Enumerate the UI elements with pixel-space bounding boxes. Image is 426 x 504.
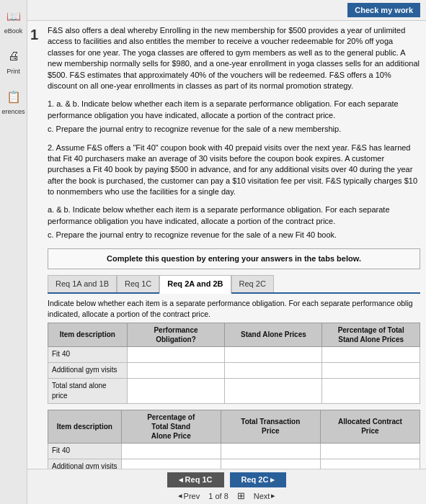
- prev-button[interactable]: ◂ Prev: [178, 491, 200, 500]
- table1-row2-obligation-input[interactable]: [131, 366, 221, 374]
- tab-instruction-text: Indicate below whether each item is a se…: [48, 298, 420, 319]
- print-icon: 🖨: [8, 50, 19, 63]
- bottom-nav-area: ◂ Req 1C Req 2C ▸ ◂ Prev 1 of 8 ⊞ Next ▸: [27, 469, 426, 504]
- check-my-work-button[interactable]: Check my work: [347, 3, 420, 17]
- question-2c-text: c. Prepare the journal entry to recogniz…: [48, 230, 420, 240]
- top-bar: Check my work: [27, 0, 426, 21]
- sidebar-label-ebook: eBook: [4, 27, 23, 35]
- table1-row3-standalone-input[interactable]: [228, 387, 318, 395]
- page-info: 1 of 8: [208, 492, 228, 500]
- table1-row2-standalone[interactable]: [225, 362, 322, 378]
- table1: Item description PerformanceObligation? …: [48, 323, 420, 404]
- table1-row2-standalone-input[interactable]: [228, 366, 318, 374]
- sidebar-label-references: erences: [1, 108, 25, 115]
- page-current: 1: [208, 492, 213, 500]
- table2-row1-label: Fit 40: [48, 443, 122, 459]
- table1-row1-obligation[interactable]: [127, 346, 225, 362]
- req2c-nav-button[interactable]: Req 2C ▸: [230, 472, 287, 487]
- next-chevron-icon: ▸: [271, 491, 275, 500]
- question-number: 1: [27, 21, 42, 469]
- main-panel: Check my work 1 F&S also offers a deal w…: [27, 0, 426, 504]
- table2-row2-transaction-input[interactable]: [225, 462, 316, 469]
- table2-row1-percentage[interactable]: [121, 443, 221, 459]
- question-block-intro: F&S also offers a deal whereby Enrolling…: [48, 25, 420, 91]
- grid-icon: ⊞: [237, 490, 245, 501]
- question-intro-text: F&S also offers a deal whereby Enrolling…: [48, 25, 420, 91]
- next-label: Next: [254, 492, 270, 500]
- table2-wrapper: Item description Percentage ofTotal Stan…: [48, 410, 420, 469]
- question-block-2: 2. Assume F&S offers a "Fit 40" coupon b…: [48, 143, 420, 198]
- bottom-bar: ◂ Prev 1 of 8 ⊞ Next ▸: [27, 490, 426, 501]
- table2-col-allocated: Allocated ContractPrice: [320, 410, 420, 443]
- tabs-row: Req 1A and 1B Req 1C Req 2A and 2B Req 2…: [48, 275, 420, 294]
- table1-row1-percentage-input[interactable]: [326, 350, 416, 358]
- table1-row3-obligation-input[interactable]: [131, 387, 221, 395]
- tab-req2ab[interactable]: Req 2A and 2B: [159, 275, 231, 294]
- question-text-area: F&S also offers a deal whereby Enrolling…: [42, 21, 426, 469]
- table1-row3-percentage-input[interactable]: [326, 387, 416, 395]
- tab-nav-buttons: ◂ Req 1C Req 2C ▸: [27, 472, 426, 487]
- complete-box: Complete this question by entering your …: [48, 248, 420, 269]
- ebook-icon: 📖: [6, 9, 21, 23]
- question-block-1ab: 1. a. & b. Indicate below whether each i…: [48, 99, 420, 135]
- question-2ab-text: a. & b. Indicate below whether each item…: [48, 204, 420, 227]
- table1-row2-label: Additional gym visits: [48, 362, 128, 378]
- table-row: Additional gym visits: [48, 362, 420, 378]
- tab-req1ab[interactable]: Req 1A and 1B: [48, 275, 117, 292]
- sidebar-item-ebook[interactable]: 📖 eBook: [4, 6, 24, 35]
- table-row: Fit 40: [48, 443, 420, 459]
- table2: Item description Percentage ofTotal Stan…: [48, 410, 420, 469]
- next-button[interactable]: Next ▸: [254, 491, 276, 500]
- table1-row1-label: Fit 40: [48, 346, 128, 362]
- table1-row2-obligation[interactable]: [127, 362, 225, 378]
- table1-col-standalone: Stand Alone Prices: [225, 323, 322, 346]
- prev-label: Prev: [184, 492, 200, 500]
- table1-col-percentage: Percentage of TotalStand Alone Prices: [322, 323, 420, 346]
- tab-req1c[interactable]: Req 1C: [117, 275, 159, 292]
- table2-col-item: Item description: [48, 410, 122, 443]
- sidebar: 📖 eBook 🖨 Print 📋 erences: [0, 0, 27, 504]
- table2-row2-transaction[interactable]: [221, 459, 320, 469]
- table1-row2-percentage-input[interactable]: [326, 366, 416, 374]
- table2-row1-allocated-input[interactable]: [324, 446, 416, 454]
- table-row: Total stand alone price: [48, 378, 420, 403]
- table2-row1-transaction-input[interactable]: [225, 446, 316, 454]
- table2-row2-allocated-input[interactable]: [324, 462, 416, 469]
- page-separator: of: [215, 492, 223, 500]
- table1-row1-standalone-input[interactable]: [228, 350, 318, 358]
- table2-col-transaction: Total TransactionPrice: [221, 410, 320, 443]
- sidebar-item-print[interactable]: 🖨 Print: [4, 46, 24, 75]
- req1c-nav-button[interactable]: ◂ Req 1C: [167, 472, 224, 487]
- table1-row3-standalone[interactable]: [225, 378, 322, 403]
- table2-row2-allocated[interactable]: [320, 459, 420, 469]
- table1-row3-obligation[interactable]: [127, 378, 225, 403]
- table2-row2-percentage-input[interactable]: [125, 462, 217, 469]
- table2-col-percentage: Percentage ofTotal StandAlone Price: [121, 410, 221, 443]
- sidebar-label-print: Print: [6, 68, 20, 75]
- question-block-2ab: a. & b. Indicate below whether each item…: [48, 204, 420, 240]
- complete-box-text: Complete this question by entering your …: [107, 254, 361, 263]
- table1-row1-percentage[interactable]: [322, 346, 420, 362]
- table2-row2-percentage[interactable]: [121, 459, 221, 469]
- table1-col-item: Item description: [48, 323, 128, 346]
- table1-col-performance: PerformanceObligation?: [127, 323, 225, 346]
- references-icon: 📋: [6, 90, 21, 104]
- sidebar-item-references[interactable]: 📋 erences: [1, 86, 25, 115]
- table-row: Additional gym visits: [48, 459, 420, 469]
- table1-row3-percentage[interactable]: [322, 378, 420, 403]
- table2-row1-allocated[interactable]: [320, 443, 420, 459]
- page-total: 8: [224, 492, 228, 500]
- table2-row2-label: Additional gym visits: [48, 459, 122, 469]
- tab-req2c[interactable]: Req 2C: [231, 275, 274, 292]
- table1-row2-percentage[interactable]: [322, 362, 420, 378]
- content-area: 1 F&S also offers a deal whereby Enrolli…: [27, 21, 426, 469]
- question-1ab-text: 1. a. & b. Indicate below whether each i…: [48, 99, 420, 121]
- table1-wrapper: Item description PerformanceObligation? …: [48, 323, 420, 404]
- table2-row1-transaction[interactable]: [221, 443, 320, 459]
- table1-row1-standalone[interactable]: [225, 346, 322, 362]
- prev-chevron-icon: ◂: [178, 491, 182, 500]
- table-row: Fit 40: [48, 346, 420, 362]
- table2-row1-percentage-input[interactable]: [125, 446, 217, 454]
- question-2-intro-text: 2. Assume F&S offers a "Fit 40" coupon b…: [48, 143, 420, 198]
- table1-row1-obligation-input[interactable]: [131, 350, 221, 358]
